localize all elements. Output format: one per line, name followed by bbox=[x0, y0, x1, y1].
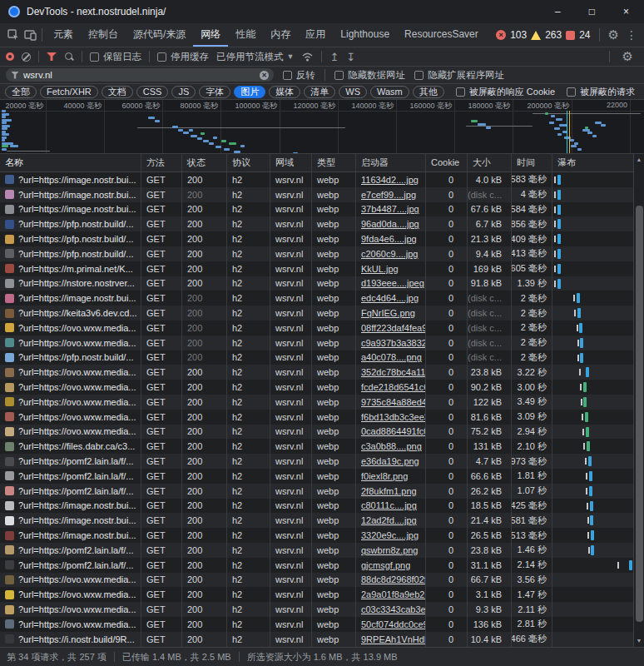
initiator-link[interactable]: a40c078....png bbox=[361, 352, 422, 362]
table-row[interactable]: ?url=https://image.nostr.bui...GET200h2w… bbox=[0, 528, 644, 543]
table-row[interactable]: ?url=https://pomf2.lain.la/f/...GET200h2… bbox=[0, 484, 644, 499]
filter-input[interactable] bbox=[23, 70, 255, 80]
table-row[interactable]: ?url=https://image.nostr.bui...GET200h2w… bbox=[0, 499, 644, 514]
preserve-log-checkbox[interactable]: 保留日志 bbox=[90, 51, 141, 63]
column-header-6[interactable]: 启动器 bbox=[356, 154, 426, 171]
initiator-link[interactable]: 2a9a01f8a9eb2c bbox=[361, 589, 425, 599]
initiator-link[interactable]: gjcmsgf.png bbox=[361, 560, 410, 570]
initiator-link[interactable]: 352dc78bc4a11e bbox=[361, 367, 425, 377]
initiator-link[interactable]: 96ad0da....jpg bbox=[361, 219, 419, 229]
device-toolbar-icon[interactable] bbox=[22, 27, 38, 42]
column-header-3[interactable]: 协议 bbox=[227, 154, 270, 171]
tab-sources[interactable]: 源代码/来源 bbox=[126, 23, 193, 47]
network-settings-gear-icon[interactable]: ⚙ bbox=[617, 49, 638, 64]
table-row[interactable]: ?url=https://nstore.nostrver...GET200h2w… bbox=[0, 276, 644, 291]
import-har-icon[interactable]: ↥ bbox=[329, 51, 339, 63]
initiator-link[interactable]: 08ff223daf4fea9 bbox=[361, 323, 425, 333]
initiator-link[interactable]: 9fda4e6....jpg bbox=[361, 234, 417, 244]
initiator-link[interactable]: d193eee....jpeg bbox=[361, 278, 424, 288]
clear-icon[interactable] bbox=[22, 52, 31, 62]
initiator-link[interactable]: f0iexl8r.png bbox=[361, 471, 408, 481]
scroll-up-icon[interactable]: ▲ bbox=[634, 154, 644, 166]
tab-lighthouse[interactable]: Lighthouse bbox=[333, 23, 397, 47]
table-row[interactable]: ?url=https://ovo.wxw.media...GET200h2wsr… bbox=[0, 380, 644, 395]
blocked-cookies-checkbox[interactable]: 被屏蔽的响应 Cookie bbox=[456, 86, 555, 98]
tab-console[interactable]: 控制台 bbox=[81, 23, 126, 47]
initiator-link[interactable]: 0cad8864491fc0 bbox=[361, 426, 425, 436]
table-row[interactable]: ?url=https://m.primal.net/K...GET200h2ws… bbox=[0, 261, 644, 276]
throttling-select[interactable]: 已停用节流模式▼ bbox=[216, 51, 294, 63]
table-row[interactable]: ?url=https://image.nostr.bui...GET200h2w… bbox=[0, 202, 644, 217]
chip-ws[interactable]: WS bbox=[339, 86, 367, 98]
tab-performance[interactable]: 性能 bbox=[228, 23, 263, 47]
table-row[interactable]: ?url=https://files.dabr.ca/c3...GET200h2… bbox=[0, 439, 644, 454]
table-row[interactable]: ?url=https://ovo.wxw.media...GET200h2wsr… bbox=[0, 573, 644, 588]
initiator-link[interactable]: 88dc8d2968f02f bbox=[361, 574, 425, 584]
table-row[interactable]: ?url=https://keita3v6.dev.cd...GET200h2w… bbox=[0, 306, 644, 321]
initiator-link[interactable]: f6bd13db3c3ee3 bbox=[361, 412, 425, 422]
column-header-10[interactable]: 瀑布 bbox=[552, 154, 644, 171]
scrollbar-thumb[interactable] bbox=[636, 206, 643, 622]
table-row[interactable]: ?url=https://image.nostr.bui...GET200h2w… bbox=[0, 513, 644, 528]
chip-doc[interactable]: 文档 bbox=[102, 86, 133, 98]
initiator-link[interactable]: 9735c84a88ed48 bbox=[361, 397, 425, 407]
settings-gear-icon[interactable]: ⚙ bbox=[603, 27, 624, 42]
table-row[interactable]: ?url=https://pomf2.lain.la/f/...GET200h2… bbox=[0, 454, 644, 469]
initiator-link[interactable]: e36da19c.png bbox=[361, 456, 419, 466]
clear-filter-icon[interactable]: ✕ bbox=[260, 71, 269, 80]
maximize-button[interactable]: □ bbox=[589, 6, 595, 17]
table-row[interactable]: ?url=https://pomf2.lain.la/f/...GET200h2… bbox=[0, 558, 644, 573]
table-row[interactable]: ?url=https://ovo.wxw.media...GET200h2wsr… bbox=[0, 587, 644, 602]
table-row[interactable]: ?url=https://ovo.wxw.media...GET200h2wsr… bbox=[0, 365, 644, 380]
table-row[interactable]: ?url=https://pfp.nostr.build/...GET200h2… bbox=[0, 246, 644, 261]
tab-resourcessaver[interactable]: ResourcesSaver bbox=[397, 23, 486, 47]
initiator-link[interactable]: 50cf074ddc0ce9 bbox=[361, 619, 425, 629]
invert-checkbox[interactable]: 反转 bbox=[283, 69, 315, 82]
chip-all[interactable]: 全部 bbox=[5, 86, 37, 98]
table-row[interactable]: ?url=https://ovo.wxw.media...GET200h2wsr… bbox=[0, 321, 644, 335]
scroll-down-icon[interactable]: ▼ bbox=[634, 635, 644, 647]
table-row[interactable]: ?url=https://ovo.wxw.media...GET200h2wsr… bbox=[0, 410, 644, 425]
table-row[interactable]: ?url=https://image.nostr.bui...GET200h2w… bbox=[0, 187, 644, 202]
initiator-link[interactable]: 9RPEAh1VnHdPz bbox=[361, 634, 425, 644]
tab-network[interactable]: 网络 bbox=[193, 23, 228, 47]
search-icon[interactable] bbox=[64, 52, 74, 62]
chip-manifest[interactable]: 清单 bbox=[304, 86, 335, 98]
initiator-link[interactable]: 11634d2....jpg bbox=[361, 175, 419, 185]
chip-css[interactable]: CSS bbox=[136, 86, 169, 98]
inspect-element-icon[interactable] bbox=[5, 27, 22, 42]
vertical-scrollbar[interactable]: ▲ ▼ bbox=[633, 154, 644, 647]
table-row[interactable]: ?url=https://ovo.wxw.media...GET200h2wsr… bbox=[0, 335, 644, 350]
initiator-link[interactable]: 37b4487....jpg bbox=[361, 204, 419, 214]
column-header-2[interactable]: 状态 bbox=[182, 154, 227, 171]
initiator-link[interactable]: edc4d64....jpg bbox=[361, 293, 419, 303]
initiator-link[interactable]: c03c3343cab3ee bbox=[361, 604, 425, 614]
table-row[interactable]: ?url=https://ovo.wxw.media...GET200h2wsr… bbox=[0, 617, 644, 632]
tab-memory[interactable]: 内存 bbox=[263, 23, 298, 47]
chip-wasm[interactable]: Wasm bbox=[370, 86, 409, 98]
initiator-link[interactable]: qswbrn8z.png bbox=[361, 545, 419, 555]
chip-font[interactable]: 字体 bbox=[199, 86, 230, 98]
initiator-link[interactable]: c9a937b3a3832c bbox=[361, 338, 425, 348]
initiator-link[interactable]: FqNrIEG.png bbox=[361, 308, 415, 318]
initiator-link[interactable]: 12ad2fd....jpg bbox=[361, 515, 417, 525]
column-header-5[interactable]: 类型 bbox=[312, 154, 356, 171]
column-header-8[interactable]: 大小 bbox=[468, 154, 512, 171]
chip-fetch-xhr[interactable]: Fetch/XHR bbox=[40, 86, 98, 98]
hide-data-urls-checkbox[interactable]: 隐藏数据网址 bbox=[334, 69, 405, 82]
initiator-link[interactable]: 2f8ukfm1.png bbox=[361, 486, 417, 496]
column-header-9[interactable]: 时间 bbox=[512, 154, 552, 171]
chip-media[interactable]: 媒体 bbox=[269, 86, 300, 98]
table-row[interactable]: ?url=https://pomf2.lain.la/f/...GET200h2… bbox=[0, 469, 644, 484]
table-row[interactable]: ?url=https://ovo.wxw.media...GET200h2wsr… bbox=[0, 425, 644, 440]
initiator-link[interactable]: c2060c9....jpg bbox=[361, 249, 419, 259]
tab-application[interactable]: 应用 bbox=[298, 23, 333, 47]
initiator-link[interactable]: c3a0b88....png bbox=[361, 441, 422, 451]
tab-elements[interactable]: 元素 bbox=[46, 23, 81, 47]
column-header-0[interactable]: 名称 bbox=[0, 154, 141, 171]
column-header-7[interactable]: Cookie bbox=[426, 154, 468, 171]
initiator-link[interactable]: e7cef99....jpg bbox=[361, 190, 416, 200]
column-header-4[interactable]: 网域 bbox=[270, 154, 312, 171]
close-button[interactable]: × bbox=[623, 6, 629, 17]
chip-img[interactable]: 图片 bbox=[234, 86, 265, 98]
